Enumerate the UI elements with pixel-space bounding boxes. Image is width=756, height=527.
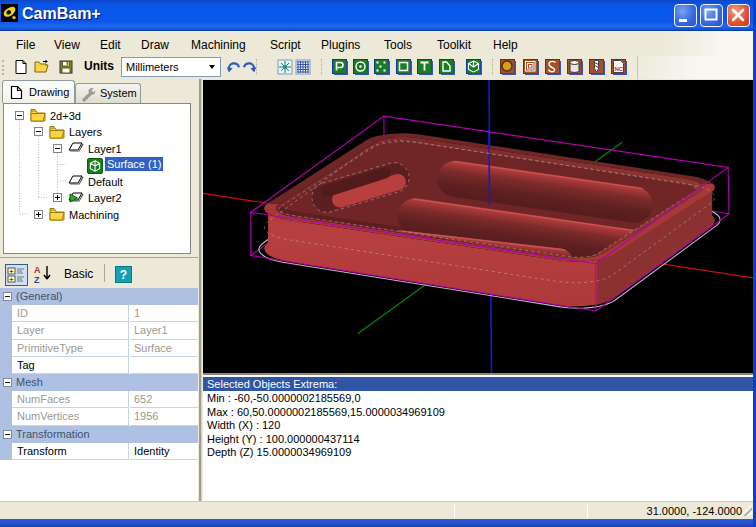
svg-text:+: + xyxy=(9,275,14,284)
svg-text:Z: Z xyxy=(34,275,40,284)
svg-text:NC: NC xyxy=(615,66,624,72)
svg-text:A: A xyxy=(34,265,41,275)
